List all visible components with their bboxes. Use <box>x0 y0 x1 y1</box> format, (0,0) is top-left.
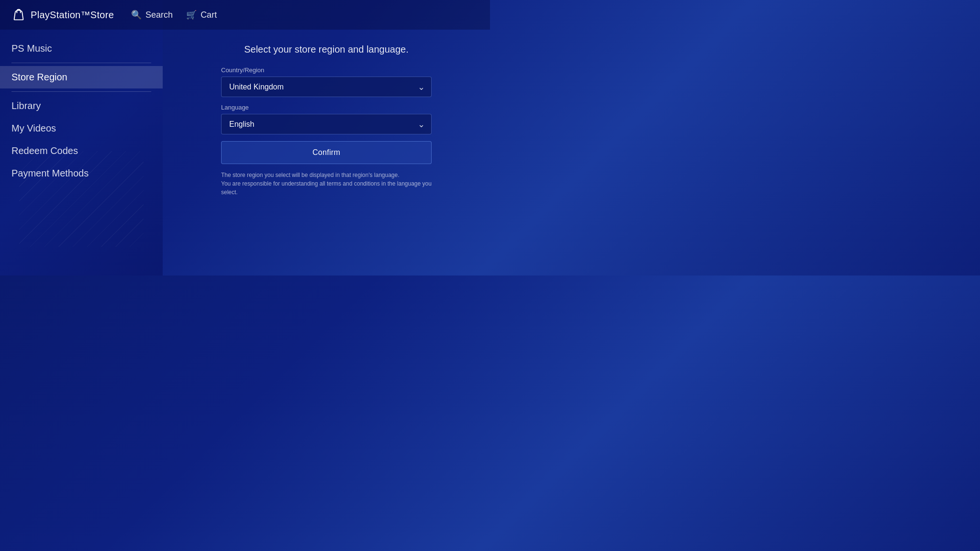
main-content: Select your store region and language. C… <box>163 30 490 275</box>
sidebar-divider-1 <box>11 63 151 63</box>
store-region-form: Country/Region United Kingdom United Sta… <box>221 66 432 197</box>
search-icon: 🔍 <box>131 10 142 20</box>
country-region-label: Country/Region <box>221 66 432 74</box>
page-title: Select your store region and language. <box>244 44 409 55</box>
sidebar: PS Music Store Region Library My Videos … <box>0 30 163 275</box>
search-label: Search <box>145 10 173 20</box>
sidebar-item-library[interactable]: Library <box>0 95 163 117</box>
sidebar-item-my-videos[interactable]: My Videos <box>0 117 163 140</box>
sidebar-item-redeem-codes[interactable]: Redeem Codes <box>0 140 163 162</box>
disclaimer-text: The store region you select will be disp… <box>221 171 432 197</box>
cart-nav-item[interactable]: 🛒 Cart <box>186 10 217 20</box>
language-select[interactable]: English French German Spanish Japanese <box>221 114 432 134</box>
header-nav: 🔍 Search 🛒 Cart <box>131 10 217 20</box>
search-nav-item[interactable]: 🔍 Search <box>131 10 173 20</box>
country-region-select-wrapper: United Kingdom United States Germany Fra… <box>221 77 432 97</box>
ps-bag-icon <box>11 8 26 22</box>
country-region-select[interactable]: United Kingdom United States Germany Fra… <box>221 77 432 97</box>
sidebar-item-payment-methods[interactable]: Payment Methods <box>0 162 163 185</box>
cart-label: Cart <box>200 10 217 20</box>
sidebar-divider-2 <box>11 91 151 92</box>
language-label: Language <box>221 104 432 111</box>
sidebar-item-ps-music[interactable]: PS Music <box>0 37 163 60</box>
cart-icon: 🛒 <box>186 10 197 20</box>
page-layout: PS Music Store Region Library My Videos … <box>0 30 490 275</box>
ps-store-logo[interactable]: PlayStation™Store <box>11 8 114 22</box>
header: PlayStation™Store 🔍 Search 🛒 Cart <box>0 0 490 30</box>
language-select-wrapper: English French German Spanish Japanese ⌄ <box>221 114 432 134</box>
confirm-button[interactable]: Confirm <box>221 141 432 164</box>
ps-store-title: PlayStation™Store <box>31 10 114 21</box>
sidebar-item-store-region[interactable]: Store Region <box>0 66 163 88</box>
